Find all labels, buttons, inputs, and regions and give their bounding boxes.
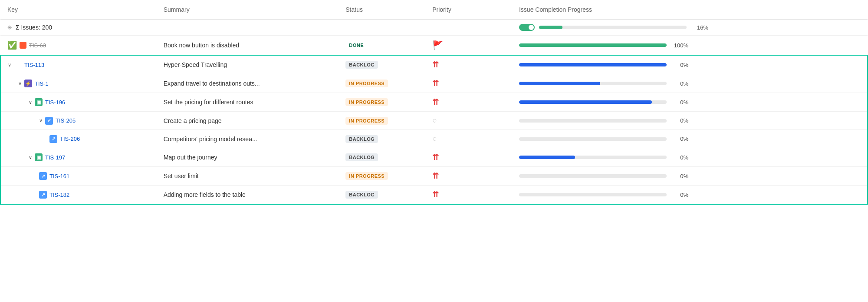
summary-cell: Create a pricing page (157, 112, 339, 130)
key-cell: ↗TIS-206 (0, 130, 157, 148)
status-cell: BACKLOG (339, 55, 425, 74)
progress-bar-bg (519, 137, 667, 141)
summary-cell: Book now button is disabled (157, 36, 339, 56)
summary-progress-bg (539, 26, 687, 29)
key-text[interactable]: TIS-197 (45, 154, 65, 161)
issue-icon: ↗ (39, 191, 47, 199)
col-header-progress: Issue Completion Progress (512, 0, 868, 20)
progress-wrapper: 100% (519, 42, 861, 49)
progress-cell: 0% (512, 74, 868, 93)
col-header-summary: Summary (157, 0, 339, 20)
progress-pct: 0% (671, 154, 688, 161)
progress-pct: 0% (671, 117, 688, 124)
red-square-icon (20, 42, 26, 49)
progress-pct: 0% (671, 80, 688, 87)
priority-cell: ⇈ (425, 148, 512, 167)
progress-bar-fill (519, 43, 667, 47)
main-table-container: Key Summary Status Priority Issue Comple… (0, 0, 868, 205)
status-badge: BACKLOG (345, 135, 378, 143)
status-cell: BACKLOG (339, 148, 425, 167)
progress-wrapper: 0% (519, 173, 860, 179)
progress-cell: 0% (512, 148, 868, 167)
progress-wrapper: 0% (519, 99, 860, 106)
status-cell: IN PROGRESS (339, 112, 425, 130)
progress-bar-fill (519, 156, 575, 159)
chevron-icon[interactable]: ∨ (29, 155, 32, 160)
summary-row: ✳ Σ Issues: 200 16% (0, 20, 868, 36)
progress-bar-bg (519, 119, 667, 123)
priority-cell: ⇈ (425, 93, 512, 112)
summary-toggle[interactable] (519, 24, 535, 31)
priority-high-icon: ⇈ (432, 153, 439, 162)
summary-cell: Hyper-Speed Travelling (157, 55, 339, 74)
priority-none-icon: ○ (432, 134, 437, 143)
priority-high-icon: ⇈ (432, 171, 439, 181)
status-badge: BACKLOG (345, 61, 378, 69)
table-row: ✅TIS-63Book now button is disabledDONE🚩 … (0, 36, 868, 56)
progress-pct: 0% (671, 136, 688, 142)
summary-icon: ✳ (7, 24, 12, 31)
progress-wrapper: 0% (519, 62, 860, 68)
key-cell: ↗TIS-161 (0, 167, 157, 186)
key-text[interactable]: TIS-196 (45, 99, 65, 106)
status-cell: BACKLOG (339, 130, 425, 148)
table-row: ∨✓TIS-205Create a pricing pageIN PROGRES… (0, 112, 868, 130)
progress-bar-bg (519, 174, 667, 178)
issue-icon: ↗ (49, 135, 57, 143)
summary-cell: Set user limit (157, 167, 339, 186)
status-badge: IN PROGRESS (345, 80, 388, 87)
summary-priority-cell (425, 20, 512, 36)
progress-bar-fill (519, 100, 652, 104)
progress-wrapper: 0% (519, 117, 860, 124)
status-cell: IN PROGRESS (339, 74, 425, 93)
col-header-key: Key (0, 0, 157, 20)
key-text[interactable]: TIS-113 (24, 62, 44, 68)
summary-progress-fill (539, 26, 562, 29)
summary-summary-cell (157, 20, 339, 36)
key-cell: ↗TIS-182 (0, 186, 157, 205)
status-cell: BACKLOG (339, 186, 425, 205)
priority-high-icon: ⇈ (432, 97, 439, 107)
key-cell: ∨▣TIS-196 (0, 93, 157, 112)
toggle-circle (529, 25, 534, 30)
summary-cell: Adding more fields to the table (157, 186, 339, 205)
table-row: ∨🗂TIS-113Hyper-Speed TravellingBACKLOG⇈ … (0, 55, 868, 74)
issues-table: Key Summary Status Priority Issue Comple… (0, 0, 868, 205)
priority-cell: ⇈ (425, 167, 512, 186)
progress-bar-bg (519, 82, 667, 85)
progress-cell: 0% (512, 130, 868, 148)
progress-cell: 0% (512, 112, 868, 130)
key-cell: ∨⚡TIS-1 (0, 74, 157, 93)
chevron-icon[interactable]: ∨ (8, 62, 11, 68)
summary-cell: Map out the journey (157, 148, 339, 167)
progress-wrapper: 0% (519, 136, 860, 142)
status-badge: IN PROGRESS (345, 117, 388, 125)
progress-bar-bg (519, 43, 667, 47)
priority-cell: ⇈ (425, 186, 512, 205)
progress-cell: 0% (512, 167, 868, 186)
chevron-icon[interactable]: ∨ (18, 81, 22, 86)
chevron-icon[interactable]: ∨ (29, 100, 32, 105)
status-badge: BACKLOG (345, 191, 378, 199)
key-text[interactable]: TIS-205 (56, 117, 76, 124)
key-text[interactable]: TIS-206 (60, 136, 80, 142)
chevron-icon[interactable]: ∨ (39, 118, 43, 123)
progress-wrapper: 0% (519, 192, 860, 198)
progress-cell: 0% (512, 93, 868, 112)
key-text[interactable]: TIS-1 (35, 80, 49, 87)
summary-cell: Competitors' pricing model resea... (157, 130, 339, 148)
key-cell: ∨▣TIS-197 (0, 148, 157, 167)
issue-icon: ⚡ (24, 80, 32, 87)
key-text[interactable]: TIS-182 (49, 192, 69, 198)
status-badge: BACKLOG (345, 153, 378, 161)
key-text[interactable]: TIS-161 (49, 173, 69, 179)
progress-cell: 100% (512, 36, 868, 56)
priority-cell: ○ (425, 112, 512, 130)
issue-icon: ▣ (35, 153, 43, 161)
key-link[interactable]: TIS-63 (29, 42, 46, 49)
progress-pct: 0% (671, 99, 688, 106)
status-badge: DONE (345, 41, 367, 49)
progress-wrapper: 0% (519, 80, 860, 87)
status-badge: IN PROGRESS (345, 172, 388, 180)
status-badge: IN PROGRESS (345, 98, 388, 106)
